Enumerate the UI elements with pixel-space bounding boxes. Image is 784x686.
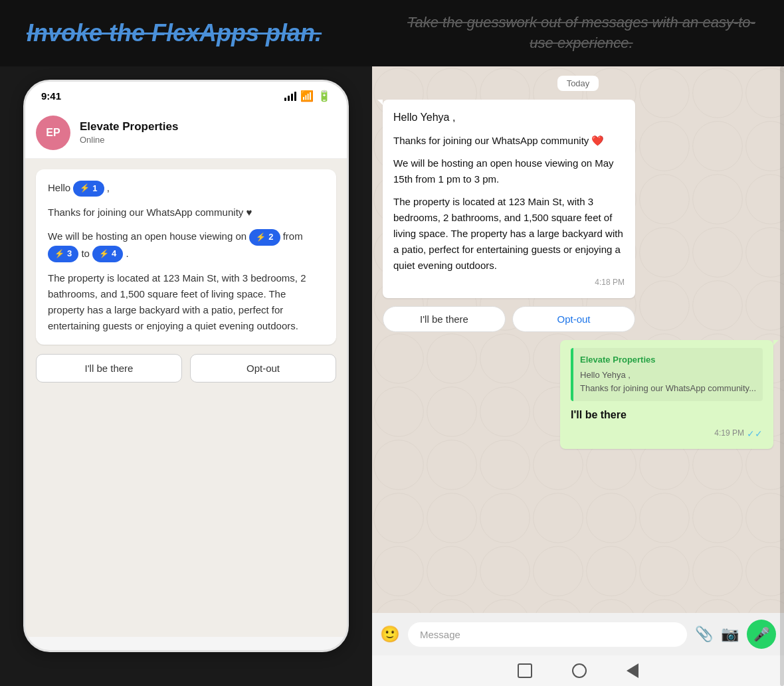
wa-double-tick-icon: ✓✓ bbox=[747, 426, 763, 441]
main-content: 9:41 📶 🔋 EP Elevate Properties bbox=[0, 66, 784, 686]
mic-button[interactable]: 🎤 bbox=[747, 620, 776, 649]
wa-sent-message: Elevate Properties Hello Yehya , Thanks … bbox=[560, 340, 773, 449]
message-bubble: Hello ⚡1 , Thanks for joining our WhatsA… bbox=[36, 169, 336, 345]
recent-nav-button[interactable] bbox=[627, 663, 638, 678]
message-input[interactable]: Message bbox=[408, 622, 687, 647]
message-action-buttons: I'll be there Opt-out bbox=[36, 354, 336, 383]
header-title-prefix: Invoke the bbox=[27, 19, 151, 46]
variable-2-badge: ⚡2 bbox=[249, 229, 280, 246]
status-time: 9:41 bbox=[41, 90, 61, 102]
variable-3-badge: ⚡3 bbox=[48, 246, 78, 262]
contact-status: Online bbox=[80, 135, 105, 145]
chat-body: Hello ⚡1 , Thanks for joining our WhatsA… bbox=[25, 159, 347, 637]
wa-sent-wrapper: Elevate Properties Hello Yehya , Thanks … bbox=[383, 340, 773, 449]
message-event: We will be hosting an open house viewing… bbox=[48, 228, 324, 262]
hello-text: Hello bbox=[48, 182, 73, 193]
ill-be-there-button[interactable]: I'll be there bbox=[36, 354, 182, 383]
wa-property: The property is located at 123 Main St, … bbox=[393, 194, 625, 274]
opt-out-button[interactable]: Opt-out bbox=[190, 354, 336, 383]
whatsapp-chat-content: Today Hello Yehya , Thanks for joining o… bbox=[372, 66, 784, 613]
phone-status-bar: 9:41 📶 🔋 bbox=[25, 82, 347, 108]
battery-icon: 🔋 bbox=[318, 90, 331, 102]
whatsapp-panel: Today Hello Yehya , Thanks for joining o… bbox=[372, 66, 784, 686]
status-icons: 📶 🔋 bbox=[284, 90, 331, 102]
avatar: EP bbox=[36, 116, 70, 150]
wa-input-bar: 🙂 Message 📎 📷 🎤 bbox=[372, 613, 784, 655]
wa-sent-timestamp: 4:19 PM bbox=[714, 427, 744, 440]
back-nav-button[interactable] bbox=[572, 663, 587, 678]
signal-bars-icon bbox=[284, 92, 296, 101]
wa-received-timestamp: 4:18 PM bbox=[393, 276, 625, 289]
emoji-button[interactable]: 🙂 bbox=[380, 625, 400, 643]
header-bar: Invoke the FlexApps plan. Take the guess… bbox=[0, 0, 784, 66]
variable-1-badge: ⚡1 bbox=[73, 181, 104, 197]
attachment-icon[interactable]: 📎 bbox=[695, 626, 713, 643]
chat-info: Elevate Properties Online bbox=[80, 120, 178, 145]
message-greeting: Hello ⚡1 , bbox=[48, 180, 324, 197]
wa-event: We will be hosting an open house viewing… bbox=[393, 155, 625, 187]
contact-name: Elevate Properties bbox=[80, 120, 178, 133]
header-title-highlight: FlexApps plan. bbox=[151, 19, 322, 46]
wa-ill-be-there-button[interactable]: I'll be there bbox=[383, 306, 506, 332]
message-property: The property is located at 123 Main St, … bbox=[48, 270, 324, 334]
message-thanks: Thanks for joining our WhatsApp communit… bbox=[48, 205, 324, 220]
header-title-right: Take the guesswork out of messages with … bbox=[405, 13, 757, 54]
wa-opt-out-button[interactable]: Opt-out bbox=[512, 306, 635, 332]
phone-frame: 9:41 📶 🔋 EP Elevate Properties bbox=[23, 80, 349, 652]
whatsapp-received-message: Hello Yehya , Thanks for joining our Wha… bbox=[383, 100, 635, 298]
date-badge: Today bbox=[383, 77, 773, 89]
wa-nav-bar bbox=[372, 655, 784, 686]
left-panel: 9:41 📶 🔋 EP Elevate Properties bbox=[0, 66, 372, 686]
wa-thanks: Thanks for joining our WhatsApp communit… bbox=[393, 133, 625, 149]
wa-quoted-line2: Thanks for joining our WhatsApp communit… bbox=[580, 382, 756, 396]
wifi-icon: 📶 bbox=[300, 90, 314, 102]
header-left: Invoke the FlexApps plan. bbox=[27, 19, 379, 47]
scrollbar[interactable] bbox=[780, 66, 784, 686]
camera-icon[interactable]: 📷 bbox=[721, 626, 739, 643]
wa-quoted-message: Elevate Properties Hello Yehya , Thanks … bbox=[571, 348, 763, 401]
home-nav-button[interactable] bbox=[518, 663, 532, 678]
wa-sent-text: I'll be there bbox=[571, 406, 763, 424]
wa-sent-meta: 4:19 PM ✓✓ bbox=[571, 426, 763, 441]
header-right: Take the guesswork out of messages with … bbox=[405, 13, 757, 54]
header-title-left: Invoke the FlexApps plan. bbox=[27, 19, 379, 47]
chat-header: EP Elevate Properties Online bbox=[25, 108, 347, 159]
wa-quoted-line1: Hello Yehya , bbox=[580, 369, 756, 383]
variable-4-badge: ⚡4 bbox=[92, 246, 123, 262]
wa-greeting: Hello Yehya , bbox=[393, 109, 625, 126]
wa-quoted-sender: Elevate Properties bbox=[580, 353, 756, 367]
wa-action-buttons: I'll be there Opt-out bbox=[383, 306, 635, 332]
